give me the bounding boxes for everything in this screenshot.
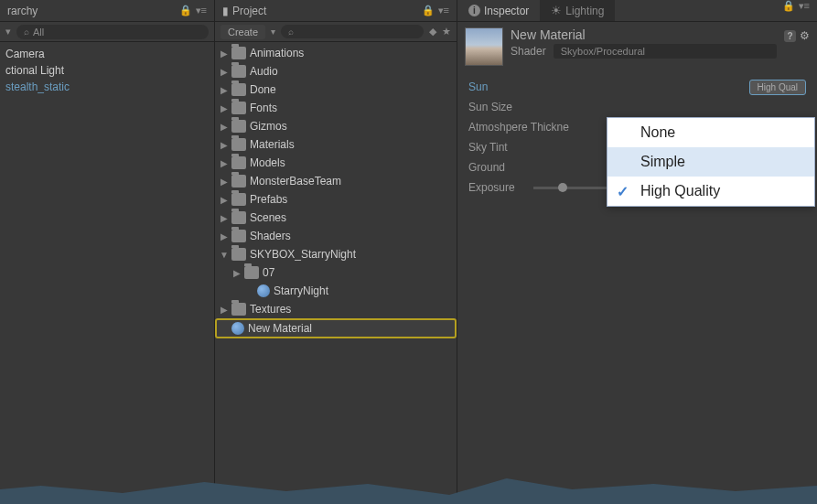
project-tree: ▶Animations▶Audio▶Done▶Fonts▶Gizmos▶Mate… xyxy=(215,42,457,504)
folder-icon xyxy=(231,248,246,261)
arrow-right-icon[interactable]: ▶ xyxy=(219,177,230,187)
arrow-right-icon[interactable]: ▶ xyxy=(219,213,230,223)
arrow-right-icon[interactable]: ▶ xyxy=(219,103,230,113)
folder-icon: ▮ xyxy=(222,5,229,17)
menu-icon[interactable]: ▾≡ xyxy=(196,5,207,16)
tree-item-label: StarryNight xyxy=(274,284,328,297)
atmosphere-label: Atmoshpere Thickne xyxy=(468,121,569,134)
arrow-right-icon[interactable]: ▶ xyxy=(231,268,242,278)
project-header: ▮ Project 🔒 ▾≡ xyxy=(215,0,457,22)
tab-inspector[interactable]: i Inspector xyxy=(457,0,540,21)
inspector-panel-icons: 🔒 ▾≡ xyxy=(782,0,817,21)
prop-sun-size: Sun Size xyxy=(468,97,806,117)
tree-row[interactable]: ▶07 xyxy=(215,263,457,282)
folder-icon xyxy=(231,65,246,78)
tree-row[interactable]: ▼SKYBOX_StarryNight xyxy=(215,245,457,263)
tree-row[interactable]: ▶Scenes xyxy=(215,209,457,227)
gear-icon[interactable]: ⚙ xyxy=(800,29,810,42)
shader-dropdown[interactable]: Skybox/Procedural xyxy=(554,44,777,59)
tree-row[interactable]: ▶Textures xyxy=(215,300,457,318)
tree-row[interactable]: ▶Gizmos xyxy=(215,117,457,135)
tree-row[interactable]: ▶Animations xyxy=(215,44,457,62)
help-icon[interactable]: ? xyxy=(784,30,796,42)
tree-row[interactable]: ▶Fonts xyxy=(215,99,457,117)
hierarchy-panel: rarchy 🔒 ▾≡ ▾ ⌕ All Cameractional Lights… xyxy=(0,0,215,504)
arrow-right-icon[interactable]: ▶ xyxy=(219,305,230,315)
tree-row[interactable]: StarryNight xyxy=(215,282,457,300)
hierarchy-header: rarchy 🔒 ▾≡ xyxy=(0,0,214,22)
arrow-right-icon[interactable]: ▶ xyxy=(219,85,230,95)
create-dropdown-icon[interactable]: ▾ xyxy=(5,26,11,38)
tree-row[interactable]: ▶Audio xyxy=(215,62,457,80)
tree-item-label: Gizmos xyxy=(250,120,287,133)
dropdown-item-none[interactable]: None xyxy=(607,118,814,147)
tree-item-label: MonsterBaseTeam xyxy=(250,175,341,188)
folder-icon xyxy=(231,156,246,169)
hierarchy-toolbar: ▾ ⌕ All xyxy=(0,22,214,42)
dropdown-item-high-quality[interactable]: ✓ High Quality xyxy=(607,177,814,206)
tree-item-label: Scenes xyxy=(250,211,286,224)
arrow-right-icon[interactable]: ▶ xyxy=(219,195,230,205)
arrow-right-icon[interactable]: ▶ xyxy=(219,158,230,168)
tree-item-label: Shaders xyxy=(250,230,291,242)
sun-quality-dropdown[interactable]: High Qual xyxy=(749,80,806,95)
folder-icon xyxy=(231,83,246,96)
folder-icon xyxy=(231,120,246,133)
menu-icon[interactable]: ▾≡ xyxy=(799,0,810,21)
material-name: New Material xyxy=(511,27,777,42)
hierarchy-list: Cameractional Lightstealth_static xyxy=(0,42,214,504)
folder-icon xyxy=(244,266,259,279)
tree-item-label: Models xyxy=(250,156,285,169)
prop-sun: Sun High Qual xyxy=(468,77,806,97)
tree-row[interactable]: New Material xyxy=(215,318,457,338)
check-icon: ✓ xyxy=(617,183,629,200)
hierarchy-item[interactable]: ctional Light xyxy=(2,62,212,79)
project-toolbar: Create ▾ ⌕ ◆ ★ xyxy=(215,22,457,42)
lighting-icon: ☀ xyxy=(551,4,562,17)
hierarchy-search[interactable]: ⌕ All xyxy=(16,25,209,39)
slider-knob[interactable] xyxy=(558,183,567,192)
folder-icon xyxy=(231,230,246,242)
hierarchy-item[interactable]: Camera xyxy=(2,46,212,62)
tree-row[interactable]: ▶Shaders xyxy=(215,227,457,245)
arrow-right-icon[interactable]: ▶ xyxy=(219,122,230,132)
tree-row[interactable]: ▶Done xyxy=(215,80,457,99)
folder-icon xyxy=(231,47,246,59)
create-button[interactable]: Create xyxy=(220,25,265,39)
material-icon xyxy=(257,284,270,297)
arrow-down-icon[interactable]: ▼ xyxy=(219,250,230,260)
hierarchy-item[interactable]: stealth_static xyxy=(2,79,212,95)
project-panel: ▮ Project 🔒 ▾≡ Create ▾ ⌕ ◆ ★ ▶Animation… xyxy=(215,0,457,504)
tree-row[interactable]: ▶Materials xyxy=(215,135,457,154)
tree-item-label: Fonts xyxy=(250,102,277,114)
tree-item-label: Materials xyxy=(250,138,295,151)
sky-tint-label: Sky Tint xyxy=(468,141,508,154)
sun-label: Sun xyxy=(468,80,488,93)
folder-icon xyxy=(231,175,246,188)
favorites-icon[interactable]: ★ xyxy=(442,26,451,38)
tree-row[interactable]: ▶Models xyxy=(215,154,457,172)
material-header: New Material Shader Skybox/Procedural ? … xyxy=(457,22,817,71)
arrow-right-icon[interactable]: ▶ xyxy=(219,67,230,77)
filter-icon[interactable]: ◆ xyxy=(429,26,436,38)
lock-icon[interactable]: 🔒 xyxy=(422,5,435,16)
tree-item-label: Textures xyxy=(250,303,291,316)
hierarchy-panel-icons: 🔒 ▾≡ xyxy=(179,5,207,16)
tree-row[interactable]: ▶Prefabs xyxy=(215,190,457,209)
inspector-tabs: i Inspector ☀ Lighting 🔒 ▾≡ xyxy=(457,0,817,22)
lock-icon[interactable]: 🔒 xyxy=(179,5,192,16)
arrow-right-icon[interactable]: ▶ xyxy=(219,140,230,150)
project-search[interactable]: ⌕ xyxy=(281,25,424,38)
menu-icon[interactable]: ▾≡ xyxy=(438,5,449,16)
arrow-right-icon[interactable]: ▶ xyxy=(219,48,230,59)
lock-icon[interactable]: 🔒 xyxy=(782,0,795,21)
material-preview[interactable] xyxy=(465,27,503,66)
arrow-right-icon[interactable]: ▶ xyxy=(219,231,230,241)
tree-row[interactable]: ▶MonsterBaseTeam xyxy=(215,172,457,190)
sun-quality-menu: None Simple ✓ High Quality xyxy=(607,117,815,207)
dropdown-item-simple[interactable]: Simple xyxy=(607,147,814,177)
chevron-down-icon[interactable]: ▾ xyxy=(271,27,275,37)
tree-item-label: Animations xyxy=(250,47,304,59)
sun-size-label: Sun Size xyxy=(468,101,512,113)
tab-lighting[interactable]: ☀ Lighting xyxy=(540,0,615,21)
